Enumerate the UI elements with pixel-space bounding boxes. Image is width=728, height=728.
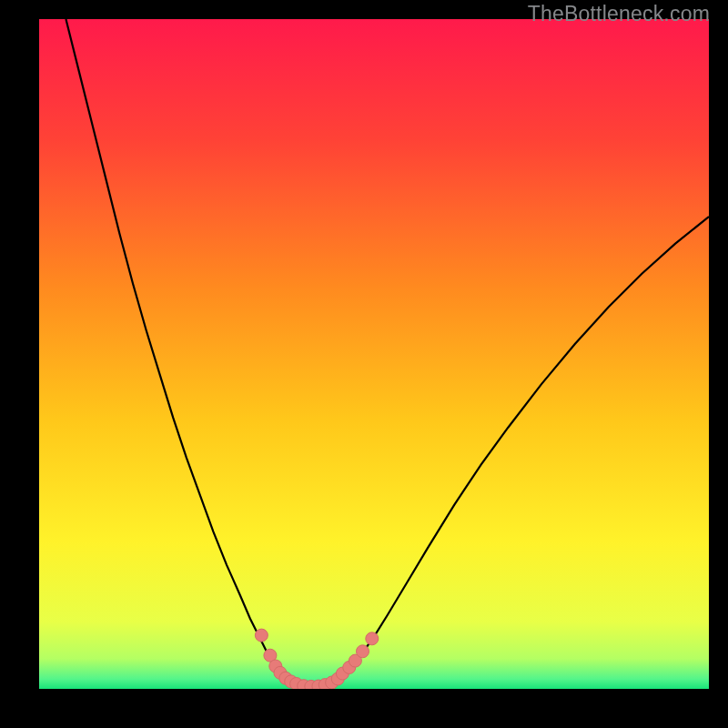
data-marker [366,632,379,645]
data-marker [255,629,268,642]
watermark-text: TheBottleneck.com [528,2,710,26]
bottleneck-curve [39,19,709,689]
data-markers [255,629,378,689]
plot-area [39,19,709,689]
chart-frame: TheBottleneck.com [0,0,728,728]
data-marker [356,645,369,658]
